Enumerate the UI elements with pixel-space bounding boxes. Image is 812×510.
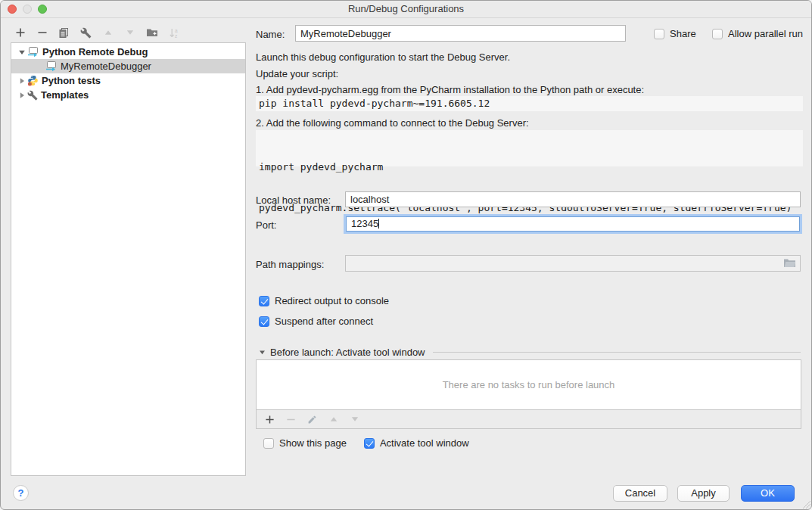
share-checkbox[interactable] xyxy=(654,29,664,39)
wrench-icon xyxy=(27,90,38,101)
help-button[interactable]: ? xyxy=(13,485,29,501)
svg-text:a: a xyxy=(175,27,178,33)
empty-tasks-message: There are no tasks to run before launch xyxy=(443,379,615,390)
tree-item-label: Python Remote Debug xyxy=(42,46,148,58)
chevron-down-icon[interactable] xyxy=(17,48,27,56)
tree-item-label: Python tests xyxy=(42,75,101,86)
port-label: Port: xyxy=(256,219,276,231)
sort-az-icon: az xyxy=(167,26,180,39)
chevron-right-icon[interactable] xyxy=(17,77,27,85)
path-mappings-label: Path mappings: xyxy=(256,259,324,270)
name-label: Name: xyxy=(256,29,285,40)
instruction-step1: 1. Add pydevd-pycharm.egg from the PyCha… xyxy=(256,84,644,95)
remove-icon[interactable] xyxy=(36,26,48,39)
move-down-icon xyxy=(348,413,361,426)
code-line: import pydevd_pycharm xyxy=(259,160,803,174)
before-launch-header[interactable]: Before launch: Activate tool window xyxy=(259,347,801,358)
wrench-icon[interactable] xyxy=(79,26,92,39)
local-host-label: Local host name: xyxy=(256,194,331,206)
tree-item-python-remote-debug[interactable]: Python Remote Debug xyxy=(11,45,245,59)
svg-text:z: z xyxy=(175,33,177,39)
instruction-update: Update your script: xyxy=(256,68,338,79)
remove-icon xyxy=(285,413,297,426)
close-icon[interactable] xyxy=(8,5,17,14)
resize-grip[interactable] xyxy=(802,500,810,508)
local-host-input[interactable] xyxy=(345,191,801,207)
move-down-icon xyxy=(123,26,136,39)
tree-item-label: MyRemoteDebugger xyxy=(61,61,151,72)
show-this-page-checkbox[interactable] xyxy=(263,438,274,449)
python-icon xyxy=(27,75,39,86)
instruction-step2: 2. Add the following command to connect … xyxy=(256,117,529,129)
chevron-down-icon[interactable] xyxy=(259,349,266,356)
tree-item-myremotedebugger[interactable]: MyRemoteDebugger xyxy=(11,59,245,73)
tree-item-label: Templates xyxy=(41,89,89,101)
before-launch-toolbar xyxy=(256,410,801,429)
remote-debug-icon xyxy=(45,61,58,72)
titlebar: Run/Debug Configurations xyxy=(1,1,811,18)
question-mark-icon: ? xyxy=(18,487,24,499)
pip-install-command: pip install pydevd-pycharm~=191.6605.12 xyxy=(256,96,803,111)
share-label: Share xyxy=(670,28,696,39)
remote-debug-icon xyxy=(27,46,39,58)
before-launch-title: Before launch: Activate tool window xyxy=(270,347,425,358)
folder-icon[interactable] xyxy=(783,258,796,268)
suspend-after-connect-checkbox[interactable] xyxy=(259,316,269,327)
add-icon[interactable] xyxy=(14,26,26,39)
apply-button[interactable]: Apply xyxy=(677,485,730,502)
cancel-button[interactable]: Cancel xyxy=(613,485,667,502)
configurations-tree: Python Remote Debug MyRemoteDebugger Pyt… xyxy=(11,42,246,476)
minimize-icon xyxy=(23,5,32,14)
move-up-icon xyxy=(101,26,114,39)
allow-parallel-run-label: Allow parallel run xyxy=(728,28,803,39)
move-up-icon xyxy=(327,413,340,426)
window-title: Run/Debug Configurations xyxy=(1,1,811,17)
instruction-intro: Launch this debug configuration to start… xyxy=(256,51,510,63)
new-folder-icon[interactable] xyxy=(145,26,158,39)
pencil-icon xyxy=(306,413,319,426)
activate-tool-window-label: Activate tool window xyxy=(380,437,469,449)
text-cursor xyxy=(378,219,379,229)
run-debug-configurations-dialog: Run/Debug Configurations az Python Remot… xyxy=(0,0,812,510)
zoom-icon[interactable] xyxy=(38,5,47,14)
redirect-output-label: Redirect output to console xyxy=(275,295,389,306)
copy-icon[interactable] xyxy=(58,26,70,39)
port-input[interactable]: 12345 xyxy=(346,216,800,232)
show-this-page-label: Show this page xyxy=(279,437,347,449)
allow-parallel-run-checkbox[interactable] xyxy=(712,29,723,39)
name-input[interactable] xyxy=(295,25,626,42)
settrace-code-block: import pydevd_pycharm pydevd_pycharm.set… xyxy=(256,130,803,166)
chevron-right-icon[interactable] xyxy=(17,92,27,99)
tree-item-python-tests[interactable]: Python tests xyxy=(11,73,245,88)
add-icon[interactable] xyxy=(263,413,276,426)
before-launch-task-list[interactable]: There are no tasks to run before launch xyxy=(256,359,801,410)
path-mappings-field[interactable] xyxy=(345,255,801,272)
ok-button[interactable]: OK xyxy=(741,485,795,502)
separator-line xyxy=(433,352,801,353)
activate-tool-window-checkbox[interactable] xyxy=(364,438,375,449)
tree-item-templates[interactable]: Templates xyxy=(11,88,245,102)
suspend-after-connect-label: Suspend after connect xyxy=(275,316,373,327)
redirect-output-checkbox[interactable] xyxy=(259,296,269,306)
configurations-toolbar: az xyxy=(14,24,180,41)
